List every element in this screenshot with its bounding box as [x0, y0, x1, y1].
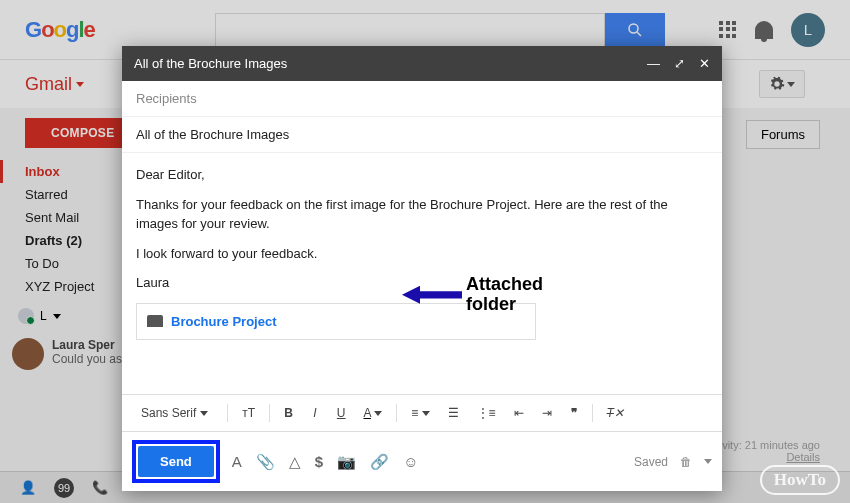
- compose-title: All of the Brochure Images: [134, 56, 287, 71]
- arrow-icon: [402, 286, 462, 304]
- format-toggle-icon[interactable]: A: [232, 453, 242, 470]
- more-options-icon[interactable]: [704, 459, 712, 464]
- compose-footer: Send A 📎 △ $ 📷 🔗 ☺ Saved 🗑: [122, 432, 722, 491]
- saved-label: Saved: [634, 455, 668, 469]
- indent-less-button[interactable]: ⇤: [510, 404, 528, 422]
- conversation-preview: Could you as: [52, 352, 122, 366]
- hangouts-icon[interactable]: 99: [54, 478, 74, 498]
- bullet-list-button[interactable]: ⋮≡: [473, 404, 500, 422]
- money-icon[interactable]: $: [315, 453, 323, 470]
- conversation-avatar: [12, 338, 44, 370]
- align-button[interactable]: ≡: [407, 404, 433, 422]
- photo-icon[interactable]: 📷: [337, 453, 356, 471]
- recipients-field[interactable]: Recipients: [122, 81, 722, 117]
- gmail-menu[interactable]: Gmail: [25, 74, 84, 95]
- search-button[interactable]: [605, 13, 665, 47]
- emoji-icon[interactable]: ☺: [403, 453, 418, 470]
- indent-more-button[interactable]: ⇥: [538, 404, 556, 422]
- link-icon[interactable]: 🔗: [370, 453, 389, 471]
- bold-button[interactable]: B: [280, 404, 297, 422]
- send-highlight: Send: [132, 440, 220, 483]
- annotation: Attachedfolder: [402, 275, 543, 315]
- svg-point-0: [629, 24, 638, 33]
- subject-field[interactable]: All of the Brochure Images: [122, 117, 722, 153]
- minimize-icon[interactable]: —: [647, 56, 660, 71]
- conversation-name: Laura Sper: [52, 338, 122, 352]
- discard-icon[interactable]: 🗑: [680, 455, 692, 469]
- apps-icon[interactable]: [719, 21, 737, 39]
- send-button[interactable]: Send: [138, 446, 214, 477]
- expand-icon[interactable]: ⤢: [674, 56, 685, 71]
- settings-button[interactable]: [759, 70, 805, 98]
- close-icon[interactable]: ✕: [699, 56, 710, 71]
- text-color-button[interactable]: A: [360, 404, 387, 422]
- watermark: HowTo: [760, 465, 840, 495]
- tab-forums[interactable]: Forums: [746, 120, 820, 149]
- italic-button[interactable]: I: [307, 404, 323, 422]
- quote-button[interactable]: ❞: [566, 404, 582, 422]
- numbered-list-button[interactable]: ☰: [444, 404, 463, 422]
- notifications-icon[interactable]: [755, 21, 773, 39]
- phone-icon[interactable]: 📞: [92, 480, 108, 495]
- google-logo[interactable]: Google: [25, 17, 95, 43]
- compose-body[interactable]: Dear Editor, Thanks for your feedback on…: [122, 153, 722, 394]
- font-selector[interactable]: Sans Serif: [132, 401, 217, 425]
- svg-line-1: [637, 32, 641, 36]
- font-size-button[interactable]: тT: [238, 404, 259, 422]
- activity-text: vity: 21 minutes ago Details: [722, 439, 820, 463]
- underline-button[interactable]: U: [333, 404, 350, 422]
- attachment-name: Brochure Project: [171, 312, 276, 332]
- contacts-icon[interactable]: 👤: [20, 480, 36, 495]
- attach-icon[interactable]: 📎: [256, 453, 275, 471]
- clear-format-button[interactable]: T✕: [603, 404, 628, 422]
- compose-window: All of the Brochure Images — ⤢ ✕ Recipie…: [122, 46, 722, 491]
- formatting-toolbar: Sans Serif тT B I U A ≡ ☰ ⋮≡ ⇤ ⇥ ❞ T✕: [122, 394, 722, 432]
- folder-icon: [147, 315, 163, 327]
- account-avatar[interactable]: L: [791, 13, 825, 47]
- compose-titlebar[interactable]: All of the Brochure Images — ⤢ ✕: [122, 46, 722, 81]
- search-input[interactable]: [215, 13, 605, 47]
- drive-icon[interactable]: △: [289, 453, 301, 471]
